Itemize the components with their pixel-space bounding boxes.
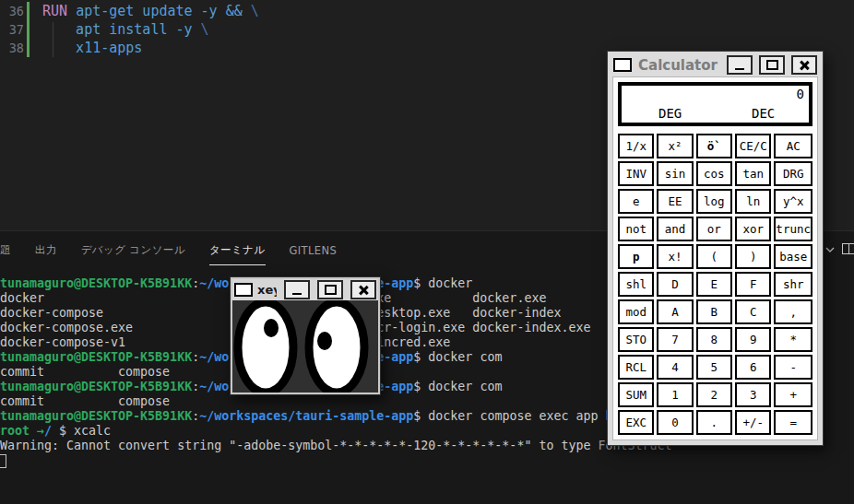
terminal-line: Warning: Cannot convert string "-adobe-s… [0, 439, 672, 453]
display-mode-deg: DEG [658, 106, 682, 121]
line-number: 36 [0, 2, 24, 20]
calc-button-log[interactable]: log [696, 189, 732, 214]
close-icon [358, 285, 369, 296]
calc-button-mod[interactable]: mod [618, 299, 654, 324]
line-number: 37 [0, 20, 24, 39]
xeyes-canvas [232, 300, 378, 393]
calc-button-clear-entry[interactable]: CE/C [735, 134, 771, 158]
minimize-button[interactable] [284, 280, 310, 299]
close-button[interactable] [350, 280, 376, 299]
calc-button-y-pow-x[interactable]: y^x [774, 189, 812, 214]
left-pupil [264, 319, 279, 337]
calc-button-or[interactable]: or [696, 217, 732, 241]
panel-tab-4[interactable]: ターミナル [209, 233, 266, 265]
chevron-down-icon[interactable] [824, 242, 836, 260]
calc-button-square[interactable]: x² [657, 134, 693, 158]
panel-tab-5[interactable]: GITLENS [290, 234, 338, 264]
terminal-line: tunamaguro@DESKTOP-K5B91KK:~/workspaces/… [0, 409, 672, 424]
calc-button-digit-4[interactable]: 4 [657, 355, 693, 380]
calculator-titlebar[interactable]: Calculator [612, 53, 818, 76]
calc-button-hex-c[interactable]: C [735, 299, 771, 324]
calc-button-sqrt[interactable]: ö` [696, 134, 732, 158]
maximize-button[interactable] [317, 280, 343, 299]
calc-button-digit-6[interactable]: 6 [735, 355, 771, 380]
display-mode-dec: DEC [752, 106, 775, 121]
code-text: x11-apps [42, 39, 142, 57]
minimize-button[interactable] [727, 55, 753, 75]
editor-lines: 36RUN apt-get update -y && \37 apt insta… [0, 0, 854, 57]
panel-tab-2[interactable]: 出力 [35, 233, 57, 264]
calc-button-decimal[interactable]: . [696, 410, 732, 435]
calc-button-drg[interactable]: DRG [774, 161, 812, 186]
calc-button-add[interactable]: + [774, 382, 812, 407]
calc-button-hex-e[interactable]: E [696, 272, 732, 297]
calc-button-hex-f[interactable]: F [735, 272, 771, 297]
xeyes-titlebar[interactable]: xey... [232, 279, 378, 300]
calc-button-inverse[interactable]: INV [618, 161, 654, 186]
close-button[interactable] [791, 55, 817, 75]
close-icon [799, 60, 810, 71]
calc-button-hex-a[interactable]: A [657, 299, 693, 324]
calc-button-shl[interactable]: shl [618, 272, 654, 297]
calc-button-trunc[interactable]: trunc [774, 217, 812, 241]
terminal-line: root →/ $ xcalc [0, 424, 672, 439]
editor-line: 37 apt install -y \ [0, 20, 854, 39]
calc-button-subtract[interactable]: - [774, 355, 812, 380]
minimize-icon [292, 293, 302, 296]
right-pupil [317, 332, 332, 350]
calc-button-digit-3[interactable]: 3 [735, 382, 771, 407]
calc-button-lparen[interactable]: ( [696, 244, 732, 269]
window-menu-icon[interactable] [613, 58, 632, 72]
left-eye [238, 302, 293, 393]
calc-button-divide[interactable]: , [774, 299, 812, 324]
split-panel-icon[interactable] [842, 243, 854, 254]
calc-button-and[interactable]: and [657, 217, 693, 241]
calc-buttons: 1/xx²ö`CE/CACINVsincostanDRGeEEloglny^xn… [618, 134, 812, 435]
calc-button-digit-5[interactable]: 5 [696, 355, 732, 380]
calc-button-cos[interactable]: cos [696, 161, 732, 186]
calc-button-digit-1[interactable]: 1 [657, 382, 693, 407]
calc-button-sum[interactable]: SUM [618, 382, 654, 407]
calc-button-digit-7[interactable]: 7 [657, 327, 693, 352]
calc-button-sin[interactable]: sin [657, 161, 693, 186]
calc-button-tan[interactable]: tan [735, 161, 771, 186]
xeyes-window: xey... [230, 276, 381, 395]
calc-button-factorial[interactable]: x! [657, 244, 693, 269]
calc-button-rcl[interactable]: RCL [618, 355, 654, 380]
calc-button-exc[interactable]: EXC [618, 410, 654, 435]
calc-button-reciprocal[interactable]: 1/x [618, 134, 654, 158]
calc-button-pi[interactable]: p [618, 244, 654, 269]
calc-button-ee[interactable]: EE [657, 189, 693, 214]
calc-button-base[interactable]: base [774, 244, 812, 269]
calculator-window-title: Calculator [635, 57, 720, 74]
calc-button-multiply[interactable]: * [774, 327, 812, 352]
calc-button-digit-2[interactable]: 2 [696, 382, 732, 407]
terminal-line: commit compose [0, 394, 672, 409]
calc-button-not[interactable]: not [618, 217, 654, 241]
calc-button-equals[interactable]: = [774, 410, 812, 435]
window-menu-icon[interactable] [234, 283, 253, 297]
calc-button-plus-minus[interactable]: +/- [735, 410, 771, 435]
panel-tab-1[interactable]: 問題 [0, 233, 11, 264]
maximize-button[interactable] [759, 55, 785, 75]
calculator-window: Calculator 0 DEG DEC 1/xx²ö`CE/CACINVsin… [607, 51, 824, 446]
calc-button-digit-9[interactable]: 9 [735, 327, 771, 352]
calc-button-xor[interactable]: xor [735, 217, 771, 241]
calc-button-hex-d[interactable]: D [657, 272, 693, 297]
calc-button-digit-8[interactable]: 8 [696, 327, 732, 352]
maximize-icon [325, 285, 337, 295]
calc-button-rparen[interactable]: ) [735, 244, 771, 269]
maximize-icon [766, 60, 778, 70]
calc-button-shr[interactable]: shr [774, 272, 812, 297]
calculator-body: 0 DEG DEC 1/xx²ö`CE/CACINVsincostanDRGeE… [612, 76, 818, 440]
terminal-line [0, 453, 672, 468]
calc-button-ln[interactable]: ln [735, 189, 771, 214]
calc-button-sto[interactable]: STO [618, 327, 654, 352]
calc-button-e[interactable]: e [618, 189, 654, 214]
calc-button-hex-b[interactable]: B [696, 299, 732, 324]
calc-button-all-clear[interactable]: AC [774, 134, 812, 158]
code-text: RUN apt-get update -y && \ [42, 2, 259, 20]
terminal-cursor [0, 454, 6, 468]
calc-button-digit-0[interactable]: 0 [657, 410, 693, 435]
panel-tab-3[interactable]: デバッグ コンソール [81, 233, 185, 264]
